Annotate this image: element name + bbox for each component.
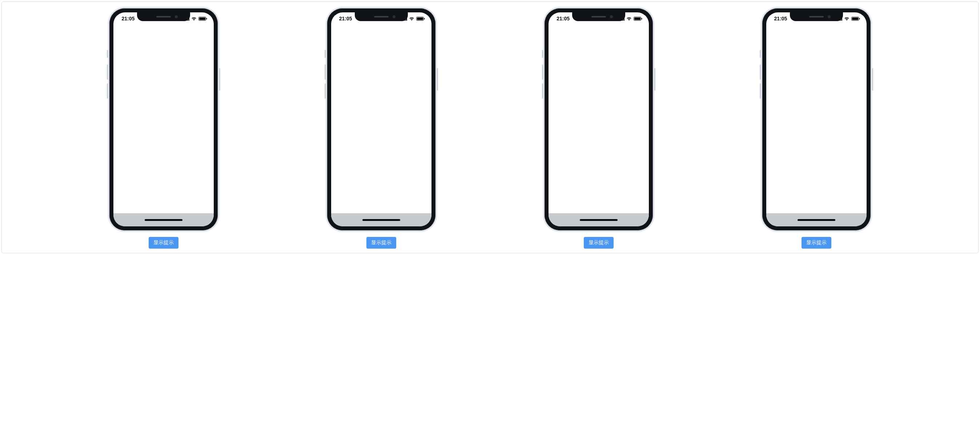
device-column: 21:05 显示提示 xyxy=(326,7,437,249)
svg-rect-14 xyxy=(417,18,423,20)
screen-content xyxy=(766,25,867,213)
mute-switch xyxy=(542,50,543,58)
screen-content xyxy=(549,25,649,213)
iphone-frame: 21:05 xyxy=(761,7,872,232)
home-area xyxy=(766,213,867,226)
volume-up-nub xyxy=(760,64,761,80)
screen: 21:05 xyxy=(331,12,431,226)
wifi-icon xyxy=(844,17,850,21)
iphone-frame: 21:05 xyxy=(543,7,654,232)
svg-rect-30 xyxy=(852,18,858,20)
status-time: 21:05 xyxy=(339,16,352,21)
svg-rect-22 xyxy=(634,18,641,20)
volume-up-nub xyxy=(542,64,543,80)
wifi-icon xyxy=(191,17,197,21)
volume-down-nub xyxy=(107,83,108,99)
device-column: 21:05 显示提示 xyxy=(108,7,219,249)
speaker-icon xyxy=(809,16,824,18)
svg-rect-23 xyxy=(641,18,642,19)
notch xyxy=(355,12,408,21)
mute-switch xyxy=(107,50,108,58)
notch xyxy=(572,12,625,21)
power-nub xyxy=(437,68,438,91)
demo-panel: 21:05 显示提示 xyxy=(2,2,978,253)
wifi-icon xyxy=(409,17,414,21)
volume-up-nub xyxy=(325,64,326,80)
show-hint-button[interactable]: 显示提示 xyxy=(802,237,831,249)
battery-icon xyxy=(851,17,860,21)
front-camera-icon xyxy=(175,15,178,18)
iphone-frame: 21:05 xyxy=(108,7,219,232)
wifi-icon xyxy=(626,17,632,21)
volume-down-nub xyxy=(760,83,761,99)
home-indicator-icon xyxy=(363,219,400,221)
screen: 21:05 xyxy=(766,12,867,226)
power-nub xyxy=(872,68,873,91)
show-hint-button[interactable]: 显示提示 xyxy=(149,237,178,249)
device-column: 21:05 显示提示 xyxy=(761,7,872,249)
bezel: 21:05 xyxy=(762,8,870,230)
notch xyxy=(790,12,843,21)
status-time: 21:05 xyxy=(774,16,788,21)
bezel: 21:05 xyxy=(544,8,653,230)
home-indicator-icon xyxy=(145,219,183,221)
battery-icon xyxy=(633,17,642,21)
iphone-frame: 21:05 xyxy=(326,7,437,232)
svg-rect-31 xyxy=(859,18,860,19)
svg-rect-6 xyxy=(199,18,205,20)
home-indicator-icon xyxy=(580,219,617,221)
svg-rect-7 xyxy=(207,18,207,19)
home-area xyxy=(331,213,431,226)
battery-icon xyxy=(199,17,207,21)
speaker-icon xyxy=(374,16,388,18)
volume-down-nub xyxy=(325,83,326,99)
screen: 21:05 xyxy=(549,12,649,226)
bezel: 21:05 xyxy=(327,8,436,230)
front-camera-icon xyxy=(393,15,396,18)
battery-icon xyxy=(416,17,425,21)
show-hint-button[interactable]: 显示提示 xyxy=(584,237,614,249)
status-time: 21:05 xyxy=(121,16,135,21)
bezel: 21:05 xyxy=(110,8,218,230)
power-nub xyxy=(654,68,655,91)
speaker-icon xyxy=(156,16,171,18)
power-nub xyxy=(219,68,220,91)
home-area xyxy=(549,213,649,226)
screen-content xyxy=(331,25,431,213)
volume-up-nub xyxy=(107,64,108,80)
front-camera-icon xyxy=(828,15,830,18)
speaker-icon xyxy=(592,16,606,18)
device-column: 21:05 显示提示 xyxy=(543,7,654,249)
status-time: 21:05 xyxy=(557,16,570,21)
home-indicator-icon xyxy=(797,219,835,221)
show-hint-button[interactable]: 显示提示 xyxy=(366,237,396,249)
screen: 21:05 xyxy=(113,12,214,226)
screen-content xyxy=(113,25,214,213)
mute-switch xyxy=(325,50,326,58)
notch xyxy=(137,12,190,21)
front-camera-icon xyxy=(610,15,613,18)
home-area xyxy=(113,213,214,226)
svg-rect-15 xyxy=(424,18,425,19)
mute-switch xyxy=(760,50,761,58)
volume-down-nub xyxy=(542,83,543,99)
